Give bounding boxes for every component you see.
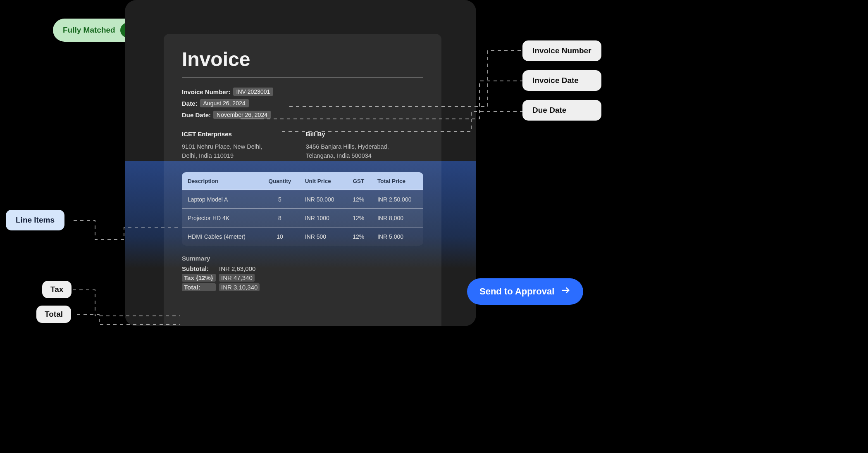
cell-qty: 5 <box>260 190 299 209</box>
col-gst: GST <box>346 172 372 190</box>
cell-gst: 12% <box>346 227 372 246</box>
callouts-right: Invoice Number Invoice Date Due Date <box>522 40 601 121</box>
summary-tax-value: INR 47,340 <box>219 274 255 282</box>
invoice-number-label: Invoice Number: <box>182 88 231 95</box>
cell-total: INR 2,50,000 <box>372 190 423 209</box>
invoice-number-row: Invoice Number: INV-2023001 <box>182 88 423 96</box>
cell-gst: 12% <box>346 190 372 209</box>
summary-subtotal: Subtotal: INR 2,63,000 <box>182 265 423 272</box>
cell-gst: 12% <box>346 209 372 227</box>
cell-desc: Laptop Model A <box>182 190 260 209</box>
summary: Summary Subtotal: INR 2,63,000 Tax {12%}… <box>182 255 423 291</box>
cell-unit: INR 1000 <box>299 209 346 227</box>
page-title: Invoice <box>182 48 423 71</box>
invoice-due-row: Due Date: November 26, 2024 <box>182 111 423 119</box>
cell-unit: INR 500 <box>299 227 346 246</box>
summary-total-label: Total: <box>182 283 216 291</box>
col-description: Description <box>182 172 260 190</box>
send-to-approval-button[interactable]: Send to Approval <box>467 278 583 305</box>
party-from-address: 9101 Nehru Place, New Delhi, Delhi, Indi… <box>182 142 277 161</box>
status-label: Fully Matched <box>63 26 115 35</box>
invoice-date-row: Date: August 26, 2024 <box>182 99 423 107</box>
invoice-due-value: November 26, 2024 <box>213 111 271 119</box>
cell-desc: Projector HD 4K <box>182 209 260 227</box>
callout-invoice-date: Invoice Date <box>522 70 601 91</box>
summary-title: Summary <box>182 255 423 262</box>
table-row: Laptop Model A 5 INR 50,000 12% INR 2,50… <box>182 190 423 209</box>
table-header-row: Description Quantity Unit Price GST Tota… <box>182 172 423 190</box>
cell-qty: 10 <box>260 227 299 246</box>
callout-total: Total <box>36 306 71 323</box>
invoice-date-label: Date: <box>182 100 198 107</box>
col-unit-price: Unit Price <box>299 172 346 190</box>
cell-qty: 8 <box>260 209 299 227</box>
callout-invoice-number: Invoice Number <box>522 40 601 61</box>
cell-unit: INR 50,000 <box>299 190 346 209</box>
table-row: HDMI Cables (4meter) 10 INR 500 12% INR … <box>182 227 423 246</box>
party-billby-address: 3456 Banjara Hills, Hyderabad, Telangana… <box>306 142 401 161</box>
summary-tax-label: Tax {12%} <box>182 274 216 282</box>
party-billby: Bill By 3456 Banjara Hills, Hyderabad, T… <box>306 130 401 161</box>
summary-total: Total: INR 3,10,340 <box>182 283 423 291</box>
invoice-panel: Invoice Invoice Number: INV-2023001 Date… <box>164 34 441 326</box>
callout-due-date: Due Date <box>522 100 601 121</box>
callout-tax: Tax <box>42 281 72 298</box>
summary-subtotal-label: Subtotal: <box>182 265 216 272</box>
summary-subtotal-value: INR 2,63,000 <box>219 265 255 272</box>
cell-total: INR 5,000 <box>372 227 423 246</box>
col-total-price: Total Price <box>372 172 423 190</box>
parties: ICET Enterprises 9101 Nehru Place, New D… <box>182 130 423 161</box>
cell-total: INR 8,000 <box>372 209 423 227</box>
col-quantity: Quantity <box>260 172 299 190</box>
party-from-name: ICET Enterprises <box>182 130 277 138</box>
summary-tax: Tax {12%} INR 47,340 <box>182 274 423 282</box>
invoice-number-value: INV-2023001 <box>233 88 274 96</box>
table-row: Projector HD 4K 8 INR 1000 12% INR 8,000 <box>182 209 423 227</box>
line-items-table: Description Quantity Unit Price GST Tota… <box>182 172 423 246</box>
party-from: ICET Enterprises 9101 Nehru Place, New D… <box>182 130 277 161</box>
invoice-due-label: Due Date: <box>182 111 211 119</box>
cell-desc: HDMI Cables (4meter) <box>182 227 260 246</box>
callout-line-items: Line Items <box>6 210 64 230</box>
invoice-date-value: August 26, 2024 <box>200 99 249 107</box>
arrow-right-icon <box>560 286 571 297</box>
party-billby-title: Bill By <box>306 130 401 138</box>
divider <box>182 77 423 78</box>
invoice-card: Invoice Invoice Number: INV-2023001 Date… <box>125 0 476 326</box>
summary-total-value: INR 3,10,340 <box>219 283 260 291</box>
send-to-approval-label: Send to Approval <box>479 286 554 297</box>
